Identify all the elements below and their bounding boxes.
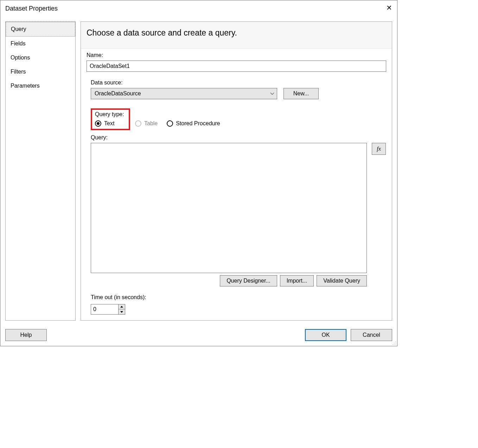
triangle-up-icon	[120, 306, 123, 308]
dialog-footer: Help OK Cancel	[0, 326, 397, 346]
dialog-body: Query Fields Options Filters Parameters …	[0, 17, 397, 326]
dataset-properties-dialog: Dataset Properties ✕ Query Fields Option…	[0, 0, 397, 346]
name-label: Name:	[87, 52, 386, 58]
query-type-table-radio: Table	[135, 120, 158, 127]
query-buttons-row: Query Designer... Import... Validate Que…	[91, 275, 367, 286]
panel-heading: Choose a data source and create a query.	[81, 22, 392, 49]
radio-icon	[95, 120, 101, 127]
query-textarea[interactable]	[91, 143, 367, 273]
query-type-sp-radio[interactable]: Stored Procedure	[167, 120, 220, 127]
sidebar-item-label: Options	[11, 55, 30, 61]
close-icon: ✕	[386, 4, 392, 11]
expression-button[interactable]: fx	[372, 143, 386, 155]
data-source-selected-value: OracleDataSource	[95, 90, 141, 96]
sidebar-item-options[interactable]: Options	[6, 51, 75, 65]
query-type-highlight-block: Query type: Text	[91, 108, 130, 130]
sidebar-item-label: Parameters	[11, 83, 40, 89]
radio-icon	[167, 120, 173, 127]
timeout-step-down[interactable]	[119, 309, 125, 314]
data-source-select[interactable]: OracleDataSource	[91, 88, 277, 99]
query-type-label: Query type:	[95, 111, 126, 118]
help-button[interactable]: Help	[5, 329, 47, 341]
sidebar-item-label: Query	[11, 26, 26, 32]
data-source-select-wrap: OracleDataSource	[91, 88, 277, 99]
timeout-stepper	[91, 304, 125, 315]
radio-icon	[135, 120, 141, 127]
query-row: fx	[91, 143, 386, 273]
radio-label: Table	[144, 120, 158, 127]
cancel-button[interactable]: Cancel	[351, 329, 392, 341]
sidebar-item-fields[interactable]: Fields	[6, 37, 75, 51]
query-type-text-radio[interactable]: Text	[95, 120, 126, 127]
sidebar-item-label: Filters	[11, 69, 26, 75]
spinner-buttons	[118, 304, 125, 314]
sidebar-item-query[interactable]: Query	[6, 22, 75, 37]
data-source-row: OracleDataSource New...	[91, 88, 386, 99]
content-panel: Choose a data source and create a query.…	[81, 21, 392, 321]
timeout-label: Time out (in seconds):	[91, 294, 386, 301]
timeout-input[interactable]	[91, 304, 118, 314]
sidebar: Query Fields Options Filters Parameters	[5, 21, 76, 321]
dialog-title: Dataset Properties	[5, 5, 58, 12]
import-button[interactable]: Import...	[280, 275, 314, 286]
sidebar-item-filters[interactable]: Filters	[6, 65, 75, 79]
fx-icon: fx	[377, 146, 381, 152]
radio-label: Stored Procedure	[176, 120, 220, 127]
panel-content: Name: Data source: OracleDataSource New.…	[81, 49, 392, 320]
new-data-source-button[interactable]: New...	[283, 88, 319, 99]
data-source-label: Data source:	[91, 80, 386, 86]
close-button[interactable]: ✕	[381, 2, 397, 15]
ok-button[interactable]: OK	[305, 329, 346, 341]
titlebar: Dataset Properties ✕	[0, 0, 397, 17]
sidebar-item-label: Fields	[11, 40, 26, 46]
triangle-down-icon	[120, 311, 123, 313]
radio-label: Text	[104, 120, 114, 127]
name-input[interactable]	[87, 61, 386, 72]
sidebar-item-parameters[interactable]: Parameters	[6, 79, 75, 93]
query-designer-button[interactable]: Query Designer...	[220, 275, 277, 286]
query-label: Query:	[91, 134, 386, 141]
validate-query-button[interactable]: Validate Query	[317, 275, 367, 286]
timeout-step-up[interactable]	[119, 304, 125, 309]
